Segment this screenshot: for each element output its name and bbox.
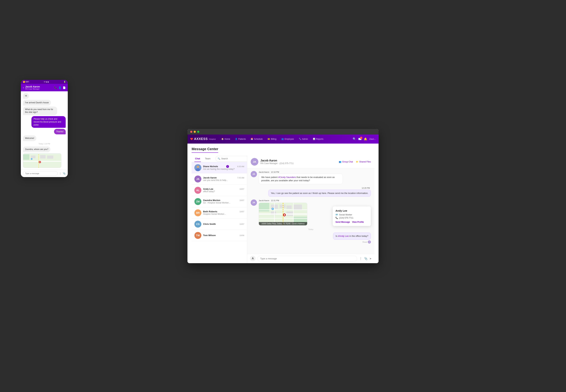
mobile-header-info: Jacob Aaron RN Case Manager: [25, 85, 53, 90]
nav-item-admin[interactable]: 🔧Admin: [297, 137, 310, 141]
mobile-msg-welcome: Welcome!: [23, 135, 36, 141]
nav-items: 🏠Home 👤Patients 📅Schedule 💳Billing 👥Empl…: [219, 137, 353, 141]
mobile-file-button[interactable]: 📄: [63, 86, 66, 89]
msg-group-question: Is #Andy Lee in the office today? Read J…: [251, 232, 371, 244]
nav-logo-text: AXXESS: [194, 137, 208, 141]
nav-item-schedule[interactable]: 📅Schedule: [249, 137, 265, 141]
nav-search-icon[interactable]: 🔍: [353, 137, 356, 141]
map-card: 16000 Dallas Pkwy, Dallas, TX 75248 - Ci…: [259, 203, 307, 225]
mobile-map-card: 16060 Dallas Pkwy, Dallas ›: [23, 153, 61, 168]
chat-item-5[interactable]: BR Beth Roberts 10/07 Hospice Social Wor…: [192, 207, 247, 219]
search-input[interactable]: [221, 157, 247, 160]
mobile-compose-bar: ❕ 📎: [21, 170, 68, 177]
svg-rect-7: [279, 205, 286, 208]
browser-chrome: [188, 129, 378, 135]
chat-name-2: Jacob Aaron: [203, 176, 217, 179]
mobile-call-button[interactable]: 📞: [54, 86, 57, 89]
map-preview: 16000 Dallas Pkwy, Dallas, TX 75248 - Ci…: [259, 203, 307, 225]
exclamation-icon[interactable]: ❕: [359, 257, 363, 260]
nav-logo[interactable]: ❤️ AXXESS Hospice: [190, 137, 216, 141]
chat-info-2: Jacob Aaron 7:43 AM can you send this to…: [203, 176, 244, 182]
nav-bar: ❤️ AXXESS Hospice 🏠Home 👤Patients 📅Sched…: [188, 135, 378, 144]
chat-name-row-7: Tom Wilson 10/06: [203, 234, 244, 237]
nav-user[interactable]: Zaun...: [369, 138, 376, 140]
nav-item-billing[interactable]: 💳Billing: [265, 137, 278, 141]
mobile-contact-name: Jacob Aaron: [25, 85, 53, 88]
send-message-link[interactable]: Send Message: [335, 221, 350, 223]
chat-preview-4: ice - Hospice Social Worker...: [203, 202, 244, 204]
avatar-5: BR: [194, 209, 201, 216]
group-chat-button[interactable]: 👥 Group Chat: [339, 161, 353, 163]
shared-files-button[interactable]: 📁 Shared Files: [356, 161, 371, 163]
mobile-add-person-button[interactable]: 👤: [58, 86, 61, 89]
browser-dot-red[interactable]: [190, 131, 192, 133]
chat-item-6[interactable]: CS Chris Smith 10/07: [192, 219, 247, 230]
msg-group-1: JA Jacob Aaron 12:16 PM We have patient …: [251, 171, 371, 184]
msg-row-question: Is #Andy Lee in the office today?: [251, 232, 371, 240]
font-button[interactable]: A: [250, 256, 256, 261]
nav-mail-icon[interactable]: ✉️ 1: [358, 137, 362, 141]
msg-meta-3: Jacob Aaron 12:31 PM: [259, 199, 307, 202]
chat-time-diane: 8:30 AM: [237, 166, 244, 168]
chat-info-5: Beth Roberts 10/07 Hospice Social Worker…: [203, 210, 244, 215]
search-area[interactable]: 🔍: [216, 156, 250, 161]
tab-chat[interactable]: Chat: [194, 155, 201, 162]
send-icon[interactable]: ➤: [369, 257, 372, 260]
chat-item-4[interactable]: ZM Zaundra Morton 10/07 ice - Hospice So…: [192, 196, 247, 207]
mobile-msg-vital: What do you need from me for the vital s…: [23, 107, 57, 115]
avatar-7: TW: [194, 232, 201, 239]
read-avatar: JA: [368, 240, 371, 244]
chat-info-6: Chris Smith 10/07: [203, 223, 244, 225]
msg-avatar-1: JA: [251, 171, 257, 177]
view-profile-link[interactable]: View Profile: [352, 221, 364, 223]
mobile-compose-input[interactable]: [23, 171, 58, 176]
chat-header-name: Jacob Aaron: [261, 159, 337, 162]
avatar-6: CS: [194, 221, 201, 228]
msg-content-1: Jacob Aaron 12:16 PM We have patient #Ci…: [259, 171, 343, 184]
browser-dot-green[interactable]: [197, 131, 199, 133]
contact-card-role: 🪪 Social Worker: [335, 213, 368, 216]
mobile-msg-hi: Hi: [23, 93, 29, 99]
chat-preview-diane: Are we having the meeting today?: [203, 168, 244, 170]
compose-input[interactable]: [257, 256, 357, 261]
chat-item-diane[interactable]: Diane Nichols 1 8:30 AM Are we having th…: [192, 162, 247, 173]
nav-bell-icon[interactable]: 🔔: [364, 137, 367, 141]
nav-item-home[interactable]: 🏠Home: [219, 137, 232, 141]
andy-lee-link[interactable]: #Andy Lee: [338, 235, 349, 237]
mobile-exclamation-icon[interactable]: ❕: [59, 172, 62, 175]
browser-dot-yellow[interactable]: [194, 131, 196, 133]
tab-team[interactable]: Team: [204, 155, 211, 162]
chat-info-4: Zaundra Morton 10/07 ice - Hospice Socia…: [203, 199, 244, 204]
chat-header-actions: 👥 Group Chat 📁 Shared Files: [339, 161, 371, 163]
msg-right-content-question: Is #Andy Lee in the office today?: [333, 232, 371, 240]
chat-time-3: 10/07: [239, 188, 244, 190]
chat-name-row-4: Zaundra Morton 10/07: [203, 199, 244, 202]
nav-item-employee[interactable]: 👥Employee: [279, 137, 296, 141]
cicely-saunders-link[interactable]: #Cicely Saunders: [278, 176, 296, 179]
chat-time-2: 7:43 AM: [237, 177, 244, 179]
mobile-attachment-icon[interactable]: 📎: [63, 172, 66, 175]
msg-group-2: 12:20 PM Yes, I can go see the patient a…: [251, 187, 371, 197]
chat-item-3[interactable]: AL Andy Lee 10/07 office today?: [192, 185, 247, 196]
svg-rect-8: [287, 205, 292, 209]
chat-item-2[interactable]: JA Jacob Aaron 7:43 AM can you send this…: [192, 173, 247, 185]
avatar-2: JA: [194, 176, 201, 182]
mobile-signal: 📶WiFi: [23, 81, 29, 83]
search-icon: 🔍: [218, 157, 220, 160]
svg-point-34: [31, 158, 32, 159]
nav-logo-sub: Hospice: [209, 138, 216, 140]
map-address-label: 16000 Dallas Pkwy, Dallas, TX 75248 - Ci…: [259, 222, 307, 225]
mobile-back-button[interactable]: ‹: [23, 86, 24, 89]
chat-name-6: Chris Smith: [203, 223, 216, 225]
chat-name-row-5: Beth Roberts 10/07: [203, 210, 244, 213]
nav-item-reports[interactable]: 📊Reports: [311, 137, 326, 141]
chat-item-7[interactable]: TW Tom Wilson 10/06: [192, 230, 247, 241]
nav-item-patients[interactable]: 👤Patients: [233, 137, 248, 141]
chat-name-5: Beth Roberts: [203, 210, 217, 213]
chat-badge-diane: 1: [226, 165, 229, 168]
svg-point-1: [197, 166, 199, 168]
main-layout: Chat Team 🔍 ✏️: [192, 155, 374, 263]
attachment-icon[interactable]: 📎: [364, 257, 368, 260]
chat-name-row-2: Jacob Aaron 7:43 AM: [203, 176, 244, 179]
chat-info-7: Tom Wilson 10/06: [203, 234, 244, 237]
